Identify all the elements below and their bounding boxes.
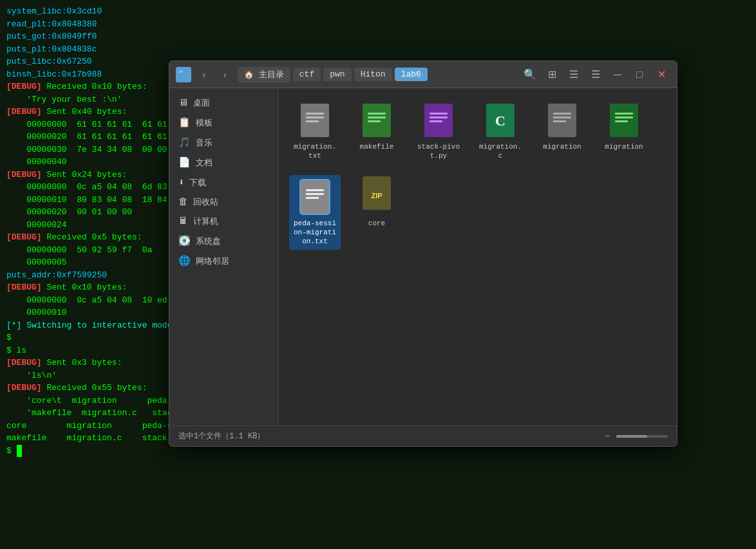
svg-rect-8: [368, 116, 386, 118]
breadcrumb-pwn[interactable]: pwn: [323, 68, 351, 81]
sidebar-item-network[interactable]: 🌐 网络邻居: [169, 251, 278, 271]
breadcrumb-hiton[interactable]: Hiton: [354, 68, 392, 81]
file-icon-txt: [299, 102, 330, 138]
close-button[interactable]: ✕: [652, 66, 670, 84]
svg-rect-17: [553, 113, 571, 115]
terminal-line: system_libc:0x3cd10: [6, 5, 750, 18]
svg-rect-7: [368, 113, 386, 115]
file-icon-bin: [547, 102, 578, 138]
file-manager-titlebar: ‹ › 🏠 主目录 ctf pwn Hiton lab6 🔍 ⊞ ☰ ☰ ─ □…: [169, 61, 677, 88]
terminal-line: puts_got:0x8049ff0: [6, 30, 750, 43]
sidebar-item-system-drive[interactable]: 💽 系统盘: [169, 231, 278, 251]
svg-rect-22: [615, 116, 633, 118]
file-name: core: [368, 219, 385, 228]
sidebar-item-templates[interactable]: 📋 模板: [169, 113, 278, 133]
svg-rect-5: [306, 120, 319, 122]
titlebar-actions: 🔍 ⊞ ☰ ☰ ─ □ ✕: [521, 66, 670, 84]
file-item-peda-session[interactable]: peda-session-migration.txt: [289, 175, 341, 250]
svg-rect-9: [368, 120, 381, 122]
sidebar-item-music[interactable]: 🎵 音乐: [169, 133, 278, 153]
documents-icon: 📄: [178, 156, 191, 169]
maximize-button[interactable]: □: [630, 66, 648, 84]
svg-rect-0: [179, 72, 188, 79]
system-drive-icon: 💽: [178, 235, 191, 247]
file-content-area: migration.txt makefile: [279, 88, 677, 425]
file-item-stack-pivot[interactable]: stack-pivot.py: [413, 98, 464, 165]
statusbar-selected-info: 选中1个文件（1.1 KB）: [178, 431, 265, 442]
statusbar-right: ─: [605, 432, 668, 441]
files-grid: migration.txt makefile: [289, 98, 666, 250]
sidebar-item-documents[interactable]: 📄 文档: [169, 153, 278, 172]
music-icon: 🎵: [178, 136, 191, 149]
file-icon-core: ZIP: [361, 179, 392, 215]
sidebar-item-downloads[interactable]: ⬇ 下载: [169, 172, 278, 192]
file-icon-py: [423, 102, 454, 138]
file-icon-makefile: [361, 102, 392, 138]
search-button[interactable]: 🔍: [521, 66, 539, 84]
file-item-makefile[interactable]: makefile: [351, 98, 402, 165]
svg-rect-18: [553, 116, 571, 118]
file-name: stack-pivot.py: [417, 142, 460, 161]
menu-button[interactable]: ☰: [587, 66, 605, 84]
computer-icon: 🖩: [178, 216, 188, 227]
svg-rect-1: [179, 71, 183, 73]
downloads-icon: ⬇: [178, 176, 184, 189]
templates-icon: 📋: [178, 116, 191, 129]
file-name: migration: [605, 142, 643, 151]
minimize-button[interactable]: ─: [609, 66, 627, 84]
desktop-icon: 🖥: [178, 97, 188, 109]
file-item-migration-c[interactable]: C migration.c: [475, 98, 526, 165]
file-name: migration.c: [478, 142, 522, 161]
svg-rect-21: [615, 113, 633, 115]
sidebar: 🖥 桌面 📋 模板 🎵 音乐 📄 文档 ⬇ 下载 🗑 回收站: [169, 88, 279, 425]
svg-rect-3: [306, 113, 324, 115]
file-manager-app-icon: [176, 67, 191, 82]
file-item-core[interactable]: ZIP core: [351, 175, 402, 250]
svg-rect-19: [553, 120, 566, 122]
breadcrumb-home[interactable]: 🏠 主目录: [238, 67, 290, 82]
file-icon-peda: [299, 179, 330, 215]
file-item-migration-txt[interactable]: migration.txt: [289, 98, 341, 165]
breadcrumb-lab6[interactable]: lab6: [395, 68, 428, 81]
svg-text:C: C: [495, 113, 506, 129]
svg-text:ZIP: ZIP: [371, 192, 382, 200]
file-item-migration-bin[interactable]: migration: [536, 98, 588, 165]
svg-rect-13: [430, 120, 442, 122]
svg-rect-4: [306, 116, 324, 118]
svg-rect-26: [306, 193, 324, 195]
svg-rect-23: [615, 120, 628, 122]
terminal-line: read_plt:0x8048380: [6, 18, 750, 31]
back-button[interactable]: ‹: [196, 67, 212, 82]
svg-rect-27: [306, 197, 319, 199]
svg-rect-25: [306, 189, 324, 191]
forward-button[interactable]: ›: [217, 67, 232, 82]
file-icon-c: C: [485, 102, 516, 138]
file-icon-migration-green: [609, 102, 639, 138]
svg-rect-12: [430, 116, 448, 118]
file-manager-window: ‹ › 🏠 主目录 ctf pwn Hiton lab6 🔍 ⊞ ☰ ☰ ─ □…: [169, 60, 677, 447]
breadcrumb: 🏠 主目录 ctf pwn Hiton lab6: [238, 67, 516, 82]
file-name: migration.txt: [293, 142, 337, 161]
file-item-migration-green[interactable]: migration: [598, 98, 650, 165]
file-manager-statusbar: 选中1个文件（1.1 KB） ─: [169, 425, 677, 446]
breadcrumb-ctf[interactable]: ctf: [293, 68, 321, 81]
file-name: makefile: [360, 142, 394, 151]
grid-view-button[interactable]: ⊞: [543, 66, 561, 84]
zoom-slider[interactable]: [616, 435, 668, 438]
network-icon: 🌐: [178, 255, 191, 267]
zoom-minus-icon[interactable]: ─: [605, 432, 610, 441]
file-name: peda-session-migration.txt: [293, 219, 337, 247]
svg-rect-11: [430, 113, 448, 115]
file-manager-body: 🖥 桌面 📋 模板 🎵 音乐 📄 文档 ⬇ 下载 🗑 回收站: [169, 88, 677, 425]
sidebar-item-desktop[interactable]: 🖥 桌面: [169, 93, 278, 113]
trash-icon: 🗑: [178, 196, 188, 208]
terminal-line: puts_plt:0x804838c: [6, 43, 750, 56]
sidebar-item-computer[interactable]: 🖩 计算机: [169, 212, 278, 231]
list-view-button[interactable]: ☰: [565, 66, 583, 84]
sidebar-item-trash[interactable]: 🗑 回收站: [169, 192, 278, 212]
file-name: migration: [543, 142, 581, 151]
